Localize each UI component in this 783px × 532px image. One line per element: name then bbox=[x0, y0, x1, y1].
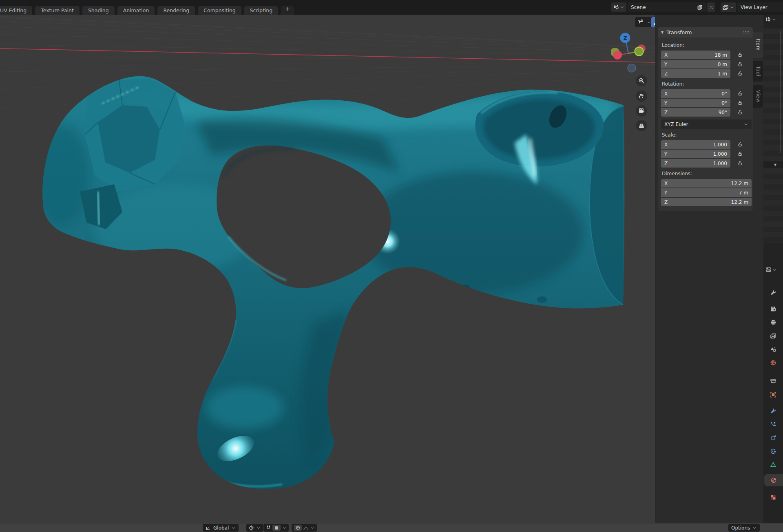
dimensions-x-field[interactable]: X12.2 m bbox=[661, 179, 752, 188]
gizmo-z-neg-axis[interactable] bbox=[628, 64, 636, 72]
location-x-field[interactable]: X18 m bbox=[661, 51, 730, 59]
properties-tab-tool[interactable] bbox=[763, 287, 783, 299]
blender-window: { "topbar": { "tabs": ["UV Editing", "Te… bbox=[0, 0, 783, 532]
lock-open-icon[interactable] bbox=[730, 142, 749, 147]
pan-button[interactable] bbox=[636, 91, 647, 102]
scale-z-field[interactable]: Z1.000 bbox=[661, 159, 730, 168]
properties-tab-particles[interactable] bbox=[763, 418, 783, 430]
outliner-filter-row[interactable]: ▼ bbox=[763, 161, 783, 168]
proportional-editing-controls[interactable] bbox=[292, 524, 317, 532]
magnet-icon[interactable] bbox=[265, 525, 271, 531]
navigation-gizmo[interactable]: Z bbox=[611, 31, 648, 77]
scene-name-field[interactable]: Scene bbox=[628, 2, 706, 12]
pivot-point-dropdown[interactable] bbox=[246, 524, 263, 532]
workspace-tab-texture-paint[interactable]: Texture Paint bbox=[35, 6, 80, 15]
outliner-rows[interactable] bbox=[763, 168, 783, 243]
scale-y-field[interactable]: Y1.000 bbox=[661, 150, 730, 158]
axis-label: Z bbox=[664, 199, 668, 205]
topbar: UV EditingTexture PaintShadingAnimationR… bbox=[0, 0, 783, 15]
properties-tab-scene[interactable] bbox=[763, 343, 783, 355]
header-tool-group bbox=[635, 17, 653, 27]
snapping-controls[interactable] bbox=[263, 524, 289, 532]
options-dropdown[interactable]: Options bbox=[728, 524, 760, 532]
gizmo-x-axis[interactable] bbox=[613, 51, 622, 60]
lock-open-icon[interactable] bbox=[730, 161, 749, 166]
properties-tab-modifiers[interactable] bbox=[763, 405, 783, 417]
dimensions-z-field[interactable]: Z12.2 m bbox=[661, 198, 752, 206]
rotation-z-field[interactable]: Z90° bbox=[661, 108, 730, 117]
transform-orientation-dropdown[interactable]: Global bbox=[203, 524, 239, 532]
scale-x-field[interactable]: X1.000 bbox=[661, 140, 730, 149]
zoom-button[interactable] bbox=[636, 75, 647, 86]
chevron-down-icon bbox=[772, 17, 776, 22]
add-workspace-button[interactable] bbox=[281, 6, 294, 15]
properties-tab-object-data[interactable] bbox=[763, 459, 783, 471]
viewport-footer: Global Options bbox=[0, 523, 783, 532]
rotation-mode-dropdown[interactable]: XYZ Euler bbox=[661, 119, 752, 129]
workspace-tab-shading[interactable]: Shading bbox=[82, 6, 115, 15]
properties-tab-view-layer[interactable] bbox=[763, 330, 783, 342]
axis-label: X bbox=[664, 181, 668, 186]
value: 90° bbox=[719, 110, 727, 115]
transform-panel-header[interactable]: ▼ Transform bbox=[658, 27, 753, 38]
proportional-edit-button[interactable] bbox=[294, 525, 302, 531]
workspace-tab-animation[interactable]: Animation bbox=[117, 6, 155, 15]
properties-tab-world[interactable] bbox=[763, 357, 783, 369]
lock-open-icon[interactable] bbox=[730, 100, 749, 106]
lock-open-icon[interactable] bbox=[730, 91, 749, 96]
object-visibility-button[interactable] bbox=[635, 17, 646, 27]
dimensions-y-field[interactable]: Y7 m bbox=[661, 188, 752, 197]
location-y-field[interactable]: Y0 m bbox=[661, 60, 730, 68]
value: 7 m bbox=[739, 190, 748, 196]
lock-open-icon[interactable] bbox=[730, 62, 749, 67]
axis-label: Y bbox=[664, 62, 667, 67]
lock-open-icon[interactable] bbox=[730, 110, 749, 115]
lock-open-icon[interactable] bbox=[730, 71, 749, 76]
sidebar-tab-item[interactable]: Item bbox=[753, 32, 763, 58]
transform-panel-body: Location:X18 mY0 mZ1 mRotation:X0°Y0°Z90… bbox=[658, 38, 753, 211]
rotation-row-x: X0° bbox=[661, 89, 753, 98]
scene-viewlayer-selectors: Scene View Layer bbox=[611, 2, 783, 12]
properties-tab-output[interactable] bbox=[763, 316, 783, 329]
workspace-tab-rendering[interactable]: Rendering bbox=[157, 6, 195, 15]
rotation-x-field[interactable]: X0° bbox=[661, 89, 730, 98]
scene-unlink-button[interactable] bbox=[707, 2, 715, 12]
view-layer-browse-button[interactable] bbox=[721, 2, 736, 12]
falloff-curve-icon[interactable] bbox=[303, 525, 309, 531]
dimensions-row-x: X12.2 m bbox=[661, 179, 753, 188]
camera-icon bbox=[638, 108, 645, 114]
properties-tab-collection[interactable] bbox=[763, 375, 783, 387]
location-row-x: X18 m bbox=[661, 51, 753, 59]
outliner-scrollbar[interactable] bbox=[780, 31, 781, 153]
location-z-field[interactable]: Z1 m bbox=[661, 69, 730, 78]
properties-tab-constraints[interactable] bbox=[763, 445, 783, 457]
workspace-tab-scripting[interactable]: Scripting bbox=[244, 6, 279, 15]
scene-browse-button[interactable] bbox=[611, 2, 626, 12]
properties-tab-object[interactable] bbox=[763, 389, 783, 401]
properties-tab-material[interactable] bbox=[764, 474, 783, 486]
properties-tab-render[interactable] bbox=[763, 303, 783, 315]
panel-grip-icon[interactable] bbox=[743, 31, 750, 34]
orientation-axes-icon bbox=[206, 525, 211, 531]
axis-label: X bbox=[664, 142, 668, 148]
workspace-tab-uv-editing[interactable]: UV Editing bbox=[0, 6, 32, 15]
outliner-header[interactable] bbox=[765, 16, 776, 22]
rotation-y-field[interactable]: Y0° bbox=[661, 99, 730, 107]
camera-view-button[interactable] bbox=[636, 105, 647, 117]
chevron-down-icon bbox=[231, 525, 236, 530]
lock-open-icon[interactable] bbox=[730, 52, 749, 57]
gizmo-y-axis[interactable] bbox=[635, 47, 644, 56]
properties-tab-physics[interactable] bbox=[763, 432, 783, 444]
sidebar-tab-tool[interactable]: Tool bbox=[753, 61, 763, 82]
sidebar-tab-view[interactable]: View bbox=[753, 85, 763, 108]
properties-tab-texture[interactable] bbox=[763, 491, 783, 503]
view-layer-name-field[interactable]: View Layer bbox=[737, 2, 783, 12]
axis-label: X bbox=[664, 91, 668, 97]
snap-target-button[interactable] bbox=[272, 525, 281, 531]
properties-editor-header[interactable] bbox=[765, 267, 777, 273]
lock-open-icon[interactable] bbox=[730, 151, 749, 157]
view-layer-icon bbox=[722, 4, 729, 11]
perspective-toggle-button[interactable] bbox=[636, 120, 647, 131]
workspace-tab-compositing[interactable]: Compositing bbox=[198, 6, 241, 15]
duplicate-icon[interactable] bbox=[697, 4, 703, 10]
